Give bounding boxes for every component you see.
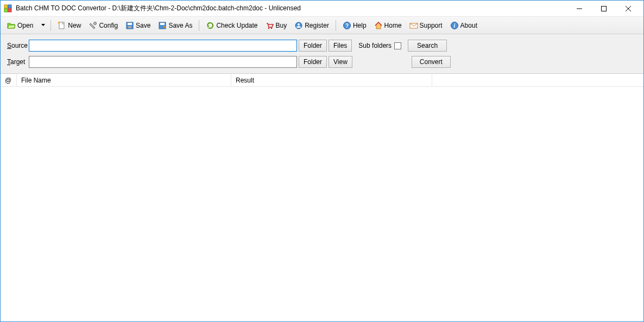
new-label: New (68, 22, 81, 29)
about-label: About (460, 22, 477, 29)
svg-text:i: i (453, 23, 455, 29)
convert-button[interactable]: Convert (412, 56, 451, 68)
svg-rect-12 (128, 26, 131, 28)
config-icon (89, 21, 97, 30)
update-icon (206, 21, 214, 30)
buy-button[interactable]: Buy (262, 19, 291, 32)
save-as-label: Save As (168, 22, 192, 29)
window-title: Batch CHM TO DOC Convertor - D:\新建文件夹\Ch… (16, 4, 567, 13)
app-icon (4, 4, 12, 13)
svg-rect-11 (128, 23, 132, 25)
home-icon (374, 21, 383, 30)
column-file-name[interactable]: File Name (17, 74, 231, 86)
register-icon (294, 21, 303, 30)
save-as-icon (158, 21, 167, 30)
open-button[interactable]: Open (4, 19, 36, 32)
home-button[interactable]: Home (371, 19, 405, 32)
svg-point-18 (298, 23, 300, 26)
svg-point-15 (268, 27, 269, 29)
svg-point-9 (94, 22, 97, 24)
about-icon: i (450, 21, 459, 30)
svg-text:?: ? (345, 23, 349, 29)
sub-folders-checkbox[interactable] (394, 42, 401, 49)
home-label: Home (384, 22, 402, 29)
toolbar-separator (199, 20, 199, 31)
register-button[interactable]: Register (291, 19, 332, 32)
svg-rect-5 (601, 6, 606, 11)
config-label: Config (99, 22, 118, 29)
list-header: @ File Name Result (1, 74, 643, 87)
buy-label: Buy (276, 22, 287, 29)
config-button[interactable]: Config (85, 19, 121, 32)
buy-icon (266, 21, 274, 30)
new-button[interactable]: New (54, 19, 84, 32)
target-view-button[interactable]: View (329, 56, 352, 68)
source-label: Source (7, 42, 29, 49)
support-icon (409, 21, 418, 30)
column-result[interactable]: Result (231, 74, 432, 86)
chevron-down-icon (41, 23, 45, 27)
save-icon (125, 21, 134, 30)
search-button[interactable]: Search (408, 40, 447, 52)
svg-rect-8 (59, 22, 64, 29)
column-spacer (432, 74, 643, 86)
source-folder-button[interactable]: Folder (299, 40, 327, 52)
svg-rect-14 (160, 23, 165, 25)
open-label: Open (17, 22, 33, 29)
minimize-button[interactable] (567, 1, 591, 16)
svg-rect-0 (4, 5, 8, 8)
support-button[interactable]: Support (406, 19, 446, 32)
help-icon: ? (343, 21, 351, 30)
open-dropdown[interactable] (37, 19, 47, 32)
save-button[interactable]: Save (122, 19, 154, 32)
close-button[interactable] (616, 1, 640, 16)
maximize-button[interactable] (591, 1, 616, 16)
check-update-label: Check Update (216, 22, 257, 29)
column-at[interactable]: @ (1, 74, 17, 86)
source-files-button[interactable]: Files (329, 40, 352, 52)
help-label: Help (353, 22, 367, 29)
target-folder-button[interactable]: Folder (299, 56, 327, 68)
svg-point-16 (270, 27, 272, 29)
help-button[interactable]: ? Help (339, 19, 370, 32)
target-label: Target (7, 58, 29, 66)
svg-rect-2 (4, 9, 8, 12)
open-icon (7, 21, 16, 30)
toolbar: Open New Config Save Save As Check Updat… (1, 17, 643, 34)
new-icon (58, 21, 66, 30)
form-panel: Source Folder Files Sub folders Search T… (1, 34, 643, 74)
register-label: Register (305, 22, 329, 29)
about-button[interactable]: i About (447, 19, 481, 32)
toolbar-separator (336, 20, 336, 31)
sub-folders-label: Sub folders (358, 42, 392, 49)
save-as-button[interactable]: Save As (155, 19, 195, 32)
title-bar: Batch CHM TO DOC Convertor - D:\新建文件夹\Ch… (1, 1, 643, 17)
check-update-button[interactable]: Check Update (203, 19, 261, 32)
toolbar-separator (50, 20, 51, 31)
svg-rect-3 (8, 9, 11, 12)
target-input[interactable] (29, 56, 297, 68)
source-input[interactable] (29, 40, 297, 52)
svg-rect-1 (8, 5, 11, 8)
save-label: Save (136, 22, 150, 29)
support-label: Support (420, 22, 443, 29)
